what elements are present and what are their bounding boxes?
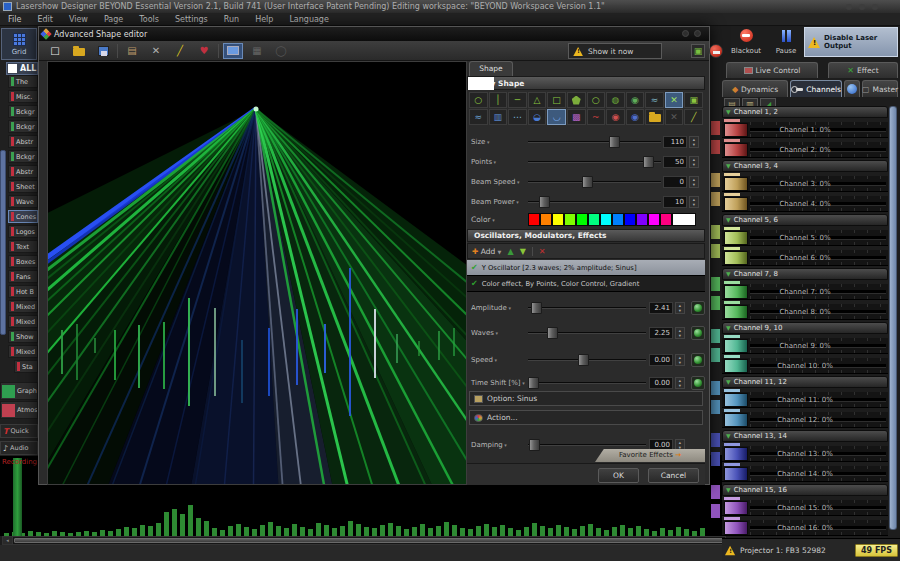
shape-zigzag-wave-icon[interactable]: ≈ — [469, 109, 488, 125]
dialog-close-button[interactable] — [694, 30, 701, 37]
tab-master[interactable]: ▢ Master — [862, 80, 898, 97]
shape-folder-icon[interactable] — [645, 109, 664, 125]
waves-knob[interactable] — [547, 327, 558, 339]
points-spinner[interactable]: ▴▾ — [689, 156, 699, 168]
channel-slider[interactable]: Channel 15: 0% — [722, 500, 888, 516]
palette-swatch[interactable] — [528, 213, 540, 226]
beam-power-spinner[interactable]: ▴▾ — [689, 196, 699, 208]
beam-power-label[interactable]: Beam Power — [471, 195, 519, 209]
sidebar-item-hotb[interactable]: Hot B — [8, 285, 38, 298]
sidebar-item-mixed[interactable]: Mixed — [8, 345, 38, 358]
spinner-down-icon[interactable]: ▾ — [676, 308, 684, 313]
beam-power-track[interactable] — [528, 201, 661, 203]
waves-apply-button[interactable] — [691, 326, 705, 340]
time-shift-----knob[interactable] — [528, 377, 539, 389]
speed-apply-button[interactable] — [691, 353, 705, 367]
menu-file[interactable]: File — [0, 13, 29, 25]
waves-spinner[interactable]: ▴▾ — [675, 327, 685, 339]
channel-slider[interactable]: Channel 1: 0% — [722, 122, 888, 138]
channel-slider[interactable]: Channel 6: 0% — [722, 250, 888, 266]
shape-bar-graph-icon[interactable]: ▥ — [489, 109, 508, 125]
audio-button[interactable]: ♪ Audio — [0, 441, 38, 455]
shape-scribble-icon[interactable]: ≈ — [645, 92, 664, 108]
shape-color-grid-icon[interactable]: ▩ — [567, 109, 586, 125]
spinner-down-icon[interactable]: ▾ — [690, 142, 698, 147]
palette-swatch[interactable] — [600, 213, 612, 226]
palette-swatch[interactable] — [624, 213, 636, 226]
dialog-minimize-button[interactable] — [682, 30, 689, 37]
channel-slider[interactable]: Channel 14: 0% — [722, 466, 888, 482]
palette-swatch[interactable] — [540, 213, 552, 226]
size-value[interactable]: 110 — [663, 136, 687, 148]
amplitude-label[interactable]: Amplitude — [471, 301, 511, 315]
bulb-button[interactable] — [844, 80, 860, 97]
delete-effect-button[interactable]: ✕ — [532, 247, 546, 256]
channel-group-header[interactable]: ▼Channel 9, 10 — [722, 322, 888, 334]
scroll-left-arrow-icon[interactable]: ◂ — [3, 537, 13, 544]
points-knob[interactable] — [643, 156, 654, 168]
sidebar-item-abstr[interactable]: Abstr — [8, 135, 38, 148]
channel-slider[interactable]: Channel 9: 0% — [722, 338, 888, 354]
action-button[interactable]: Action... — [469, 410, 703, 425]
time-shift-----label[interactable]: Time Shift [%] — [471, 376, 525, 390]
speed-track[interactable] — [528, 359, 646, 361]
damping-label[interactable]: Damping — [471, 438, 507, 452]
pencil-button[interactable]: ╱ — [170, 43, 190, 59]
new-button[interactable]: □ — [45, 43, 65, 59]
beam-power-knob[interactable] — [539, 196, 550, 208]
sidebar-item-text[interactable]: Text — [8, 240, 38, 253]
time-shift-----apply-button[interactable] — [691, 376, 705, 390]
shape-pencil-line-icon[interactable]: ╱ — [684, 109, 703, 125]
favorites-heart-button[interactable]: ♥ — [194, 43, 214, 59]
points-value[interactable]: 50 — [663, 156, 687, 168]
show-it-now-button[interactable]: Show it now — [568, 43, 662, 59]
tab-shape[interactable]: Shape — [469, 61, 513, 76]
sidebar-item-cones[interactable]: Cones — [8, 210, 38, 223]
sidebar-item-the[interactable]: The — [8, 75, 38, 88]
channel-group-header[interactable]: ▼Channel 1, 2 — [722, 106, 888, 118]
menu-page[interactable]: Page — [96, 13, 131, 25]
menu-edit[interactable]: Edit — [29, 13, 61, 25]
time-shift-----track[interactable] — [528, 382, 646, 384]
blackout-button[interactable]: Blackout — [724, 27, 768, 57]
menu-language[interactable]: Language — [281, 13, 336, 25]
sidebar-item-sheet[interactable]: Sheet — [8, 180, 38, 193]
amplitude-track[interactable] — [528, 307, 646, 309]
size-spinner[interactable]: ▴▾ — [689, 136, 699, 148]
palette-swatch[interactable] — [648, 213, 660, 226]
save-button[interactable] — [93, 43, 113, 59]
menu-run[interactable]: Run — [216, 13, 247, 25]
horizontal-scrollbar[interactable]: ◂ — [2, 536, 726, 545]
channel-group-header[interactable]: ▼Channel 11, 12 — [722, 376, 888, 388]
add-effect-button[interactable]: ✚ Add ▼ — [472, 247, 501, 256]
palette-swatch[interactable] — [636, 213, 648, 226]
channel-slider[interactable]: Channel 2: 0% — [722, 142, 888, 158]
sidebar-item-mixed[interactable]: Mixed — [8, 300, 38, 313]
beam-speed-spinner[interactable]: ▴▾ — [689, 176, 699, 188]
shape-circle-icon[interactable]: ○ — [469, 92, 488, 108]
channel-group-header[interactable]: ▼Channel 7, 8 — [722, 268, 888, 280]
shape-blue-spiral-icon[interactable]: ◉ — [626, 109, 645, 125]
palette-swatch[interactable] — [564, 213, 576, 226]
sidebar-item-fans[interactable]: Fans — [8, 270, 38, 283]
cancel-button[interactable]: Cancel — [648, 468, 699, 483]
spinner-down-icon[interactable]: ▾ — [676, 360, 684, 365]
damping-knob[interactable] — [529, 439, 540, 451]
channel-slider[interactable]: Channel 10: 0% — [722, 358, 888, 374]
shape-vertical-line-icon[interactable]: │ — [489, 92, 508, 108]
channel-group-header[interactable]: ▼Channel 13, 14 — [722, 430, 888, 442]
points-track[interactable] — [528, 161, 661, 163]
time-shift-----spinner[interactable]: ▴▾ — [675, 377, 685, 389]
shape-dotted-wave-icon[interactable]: ⋯ — [508, 109, 527, 125]
menu-settings[interactable]: Settings — [167, 13, 216, 25]
waves-track[interactable] — [528, 332, 646, 334]
palette-swatch[interactable] — [672, 213, 696, 226]
sidebar-item-bckgr[interactable]: Bckgr — [8, 120, 38, 133]
grid-view-button[interactable]: Grid — [1, 28, 37, 60]
window-controls[interactable] — [846, 4, 878, 10]
pause-button[interactable]: Pause — [770, 27, 802, 57]
waves-label[interactable]: Waves — [471, 326, 498, 340]
tab-effect[interactable]: ✕ Effect — [828, 62, 898, 78]
sidebar-scrollbar[interactable] — [0, 150, 6, 335]
dialog-window-buttons[interactable] — [682, 30, 701, 37]
